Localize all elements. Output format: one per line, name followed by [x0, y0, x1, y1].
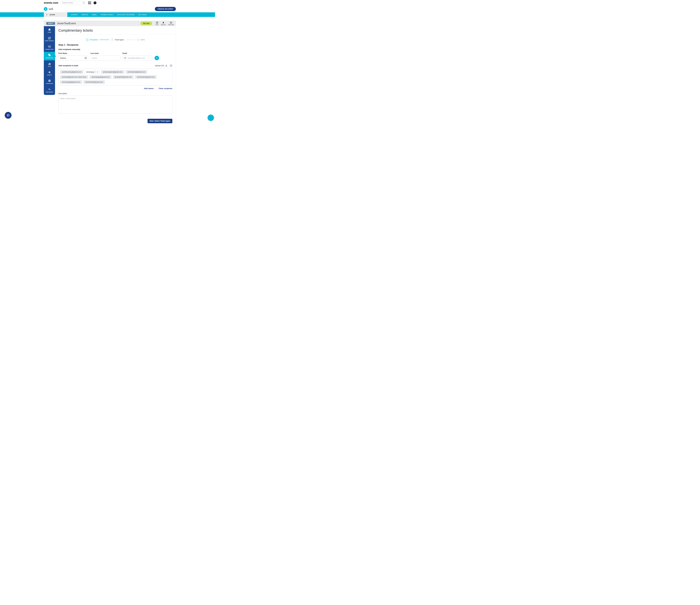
manual-heading: Add recipients manually	[58, 48, 172, 50]
document-icon	[45, 13, 48, 16]
data-icon	[48, 62, 51, 65]
email-input[interactable]	[123, 55, 152, 60]
event-name: JovanTestEvent	[57, 22, 76, 25]
help-icon[interactable]: ?	[170, 64, 172, 67]
design-button[interactable]: DESIGN	[161, 21, 166, 25]
edit-icon	[156, 21, 158, 24]
main-nav: JOVAN EVENTSPEOPLEEMAILPROMO CODESAFFILI…	[0, 12, 215, 17]
accessibility-widget-button[interactable]	[5, 112, 11, 119]
nav-item-affiliate-program[interactable]: AFFILIATE PROGRAM	[117, 14, 134, 16]
nav-item-people[interactable]: PEOPLE	[81, 14, 88, 16]
stepper-step-items[interactable]: 3Items	[136, 38, 145, 41]
action-label: EDIT	[156, 24, 159, 25]
clear-recipients-link[interactable]: Clear recipients	[159, 88, 172, 90]
mail-icon	[124, 57, 126, 59]
bulk-heading: Add recipients in bulk	[58, 65, 78, 67]
recipients-bulk-box[interactable]: jennifer.jenny@gmail.comstevenpagjimmycl…	[58, 68, 172, 86]
org-tab-jovan[interactable]: JOVAN	[44, 12, 67, 17]
recipient-chip[interactable]: erichendrix@gmail.com	[126, 70, 147, 74]
sidebar-item-event-details[interactable]: EVENT DETAILS	[44, 35, 55, 43]
sub-events-icon	[48, 88, 51, 91]
sidebar-item-data[interactable]: DATA	[44, 60, 55, 69]
description-textarea[interactable]	[58, 96, 172, 114]
product-bar: e sell CREATE AN EVENT	[0, 6, 215, 12]
nav-item-events[interactable]: EVENTS	[71, 14, 78, 16]
chip-text: stevenpage@gmail.com	[62, 81, 80, 83]
recipient-chip-editing[interactable]: stevenpag	[85, 70, 100, 74]
last-name-input[interactable]	[91, 55, 120, 60]
step-number: 3	[136, 38, 140, 41]
sell-logo[interactable]: e sell	[44, 7, 53, 11]
go-live-button[interactable]: Go Live	[141, 22, 152, 25]
next-select-ticket-types-button[interactable]: Next: Select Ticket types	[148, 119, 172, 123]
nav-item-email[interactable]: EMAIL	[92, 14, 97, 16]
add-recipient-button[interactable]	[154, 56, 159, 60]
chip-remove-icon[interactable]	[97, 71, 98, 73]
edit-button[interactable]: EDIT	[156, 21, 159, 25]
sidebar-item-languages[interactable]: LANGUAGES	[44, 77, 55, 86]
preview-button[interactable]: PREVIEW	[168, 21, 174, 25]
recipient-chip[interactable]: janedoe@gmail.com (Jane Doe)	[60, 75, 88, 79]
recipient-chip[interactable]: petergrifin@gmail.com	[113, 75, 133, 79]
product-name: sell	[49, 7, 53, 10]
event-sidebar: HOMEEVENT DETAILSPAYMENT INFOPROMOTIONSD…	[44, 26, 55, 95]
people-icon	[48, 71, 51, 74]
sidebar-item-payment-info[interactable]: PAYMENT INFO	[44, 43, 55, 52]
recipient-chip[interactable]: jennifer.jenny@gmail.com	[60, 70, 83, 74]
chip-text: janedoe@gmail.com (Jane Doe)	[62, 76, 86, 78]
event-details-icon	[48, 37, 51, 40]
step-heading: Step 1 - Recipients	[58, 44, 172, 46]
email-field-group: Email	[123, 52, 152, 60]
logo-text-pre: events	[44, 1, 52, 4]
first-name-input[interactable]	[58, 55, 88, 60]
chip-text: jennifer.jenny@gmail.com	[62, 71, 81, 73]
chip-text: stevenpage@gmail.com	[92, 76, 109, 78]
event-actions: Go Live EDITDESIGNPREVIEW	[141, 21, 174, 25]
main-panel: Complimentary tickets 1Recipients3Ticket…	[55, 26, 176, 128]
last-name-field-group: Last name	[91, 52, 120, 60]
sidebar-item-label: PAYMENT INFO	[45, 49, 54, 50]
org-tab-label: JOVAN	[49, 14, 55, 16]
apps-grid-icon[interactable]	[88, 1, 91, 4]
first-name-field-group: First Name	[58, 52, 88, 60]
recipient-chip[interactable]: jimmyclapton@gmail.com	[101, 70, 124, 74]
status-badge: DRAFT	[46, 22, 55, 25]
promotions-icon	[48, 54, 51, 56]
action-label: DESIGN	[161, 24, 166, 25]
chip-text: jimmyclapton@gmail.com	[103, 71, 122, 73]
recipient-chip[interactable]: erichendrix@gmail.com	[83, 80, 105, 84]
action-label: PREVIEW	[168, 24, 174, 25]
nav-item-settings[interactable]: SETTINGS	[138, 14, 147, 16]
recipient-chip[interactable]: stevenpage@gmail.com	[60, 80, 82, 84]
sidebar-item-promotions[interactable]: PROMOTIONS	[44, 52, 55, 60]
manual-form: First Name Last name Email	[58, 52, 172, 60]
step-label: Recipients	[90, 39, 98, 41]
sidebar-item-home[interactable]: HOME	[44, 26, 55, 35]
sidebar-item-label: HOME	[48, 32, 51, 33]
nav-links: EVENTSPEOPLEEMAILPROMO CODESAFFILIATE PR…	[71, 12, 147, 17]
stepper-step-recipients[interactable]: 1Recipients	[86, 38, 98, 41]
payment-info-icon	[48, 45, 51, 48]
search-input[interactable]	[61, 1, 86, 5]
clear-first-name-icon[interactable]	[84, 57, 87, 59]
events-logo[interactable]: events.com	[44, 1, 58, 4]
chip-text: erichendrix@gmail.com	[85, 81, 103, 83]
last-name-label: Last name	[91, 52, 120, 54]
sidebar-item-label: PROMOTIONS	[46, 57, 53, 59]
search-icon	[82, 2, 85, 4]
add-names-link[interactable]: Add names	[144, 88, 154, 90]
chat-fab-button[interactable]	[208, 115, 214, 121]
recipient-chip[interactable]: stevenpage@gmail.com	[90, 75, 111, 79]
top-bar: events.com	[0, 0, 215, 6]
sidebar-item-people[interactable]: PEOPLE	[44, 69, 55, 77]
recipient-chip[interactable]: erichendrix@gmail.com	[135, 75, 156, 79]
stepper: 1Recipients3Ticket types3Items	[55, 38, 176, 41]
upload-csv-button[interactable]: Upload CSV	[155, 65, 168, 67]
sidebar-item-sub-events[interactable]: SUB-EVENTS	[44, 86, 55, 95]
stepper-connector	[99, 40, 109, 40]
avatar[interactable]	[94, 1, 97, 4]
upload-csv-label: Upload CSV	[155, 65, 164, 67]
nav-item-promo-codes[interactable]: PROMO CODES	[101, 14, 113, 16]
create-event-button[interactable]: CREATE AN EVENT	[155, 7, 176, 11]
stepper-step-ticket-types[interactable]: 3Ticket types	[110, 38, 124, 41]
